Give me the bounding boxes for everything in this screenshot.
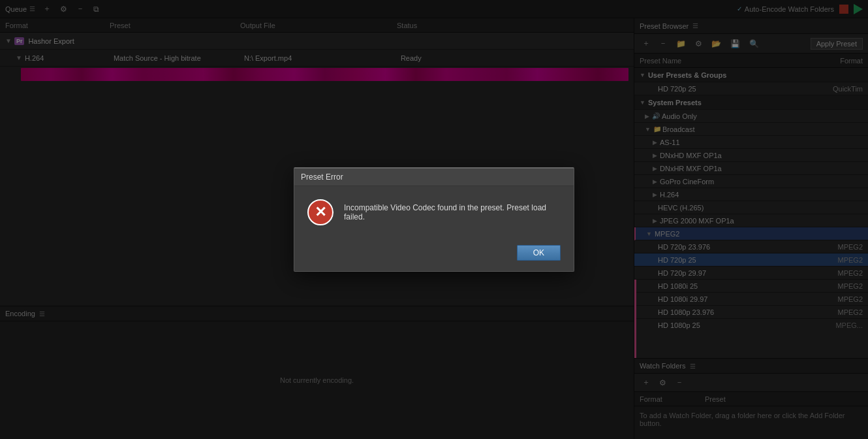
error-icon: ✕ [307, 199, 333, 225]
modal-message: Incompatible Video Codec found in the pr… [344, 203, 561, 221]
modal-titlebar: Preset Error [294, 169, 574, 186]
modal-footer: OK [294, 238, 574, 271]
modal-title: Preset Error [301, 172, 343, 182]
modal-dialog: Preset Error ✕ Incompatible Video Codec … [294, 167, 574, 272]
modal-overlay: Preset Error ✕ Incompatible Video Codec … [0, 0, 868, 439]
ok-button[interactable]: OK [517, 245, 561, 261]
modal-body: ✕ Incompatible Video Codec found in the … [294, 186, 574, 238]
